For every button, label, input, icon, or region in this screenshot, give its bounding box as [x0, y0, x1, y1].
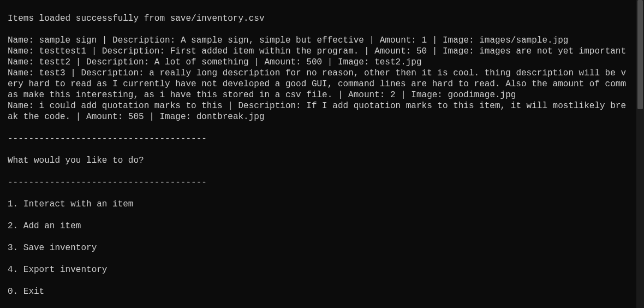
- name-label: Name:: [8, 35, 39, 45]
- image-value: images/sample.jpg: [479, 35, 568, 45]
- separator: |: [359, 46, 374, 56]
- description-label: Description:: [86, 57, 154, 67]
- description-label: Description:: [81, 68, 149, 78]
- item-line: Name: sample sign | Description: A sampl…: [8, 35, 629, 46]
- image-label: Image:: [159, 112, 196, 122]
- amount-value: 2: [390, 90, 396, 100]
- menu-option-2: 2. Add an item: [8, 221, 629, 232]
- name-value: testtest1: [39, 46, 86, 56]
- separator: |: [223, 101, 238, 111]
- load-message: Items loaded successfully from save/inve…: [8, 13, 629, 24]
- image-value: goodimage.jpg: [448, 90, 516, 100]
- separator: |: [65, 68, 81, 78]
- description-value: A sample sign, simple but effective: [181, 35, 364, 45]
- name-label: Name:: [8, 57, 39, 67]
- name-value: sample sign: [39, 35, 97, 45]
- description-label: Description:: [238, 101, 306, 111]
- divider-top: --------------------------------------: [8, 133, 629, 144]
- separator: |: [70, 112, 86, 122]
- separator: |: [396, 90, 412, 100]
- separator: |: [427, 46, 443, 56]
- amount-label: Amount:: [348, 90, 390, 100]
- image-label: Image:: [411, 90, 448, 100]
- name-value: test3: [39, 68, 65, 78]
- amount-label: Amount:: [86, 112, 128, 122]
- separator: |: [97, 35, 112, 45]
- separator: |: [144, 112, 160, 122]
- separator: |: [70, 57, 86, 67]
- name-value: testt2: [39, 57, 71, 67]
- description-value: A lot of something: [154, 57, 249, 67]
- separator: |: [322, 57, 338, 67]
- item-line: Name: test3 | Description: a really long…: [8, 68, 629, 100]
- amount-value: 1: [422, 35, 427, 45]
- image-value: test2.jpg: [374, 57, 421, 67]
- description-label: Description:: [112, 35, 181, 45]
- image-value: images are not yet important: [479, 46, 626, 56]
- amount-label: Amount:: [380, 35, 422, 45]
- amount-value: 505: [128, 112, 144, 122]
- description-value: First added item within the program.: [170, 46, 359, 56]
- menu-option-1: 1. Interact with an item: [8, 199, 629, 210]
- image-label: Image:: [443, 46, 479, 56]
- separator: |: [332, 90, 348, 100]
- amount-label: Amount:: [374, 46, 416, 56]
- separator: |: [427, 35, 443, 45]
- image-label: Image:: [338, 57, 374, 67]
- menu-option-4: 4. Export inventory: [8, 264, 629, 275]
- item-line: Name: testt2 | Description: A lot of som…: [8, 57, 629, 68]
- image-label: Image:: [443, 35, 479, 45]
- image-value: dontbreak.jpg: [196, 112, 265, 122]
- item-line: Name: testtest1 | Description: First add…: [8, 46, 629, 57]
- menu-option-0: 0. Exit: [8, 286, 629, 297]
- separator: |: [364, 35, 380, 45]
- separator: |: [249, 57, 265, 67]
- name-label: Name:: [8, 101, 39, 111]
- menu-prompt: What would you like to do?: [8, 155, 629, 166]
- terminal-output[interactable]: Items loaded successfully from save/inve…: [0, 0, 629, 308]
- name-label: Name:: [8, 68, 39, 78]
- separator: |: [86, 46, 102, 56]
- description-label: Description:: [102, 46, 170, 56]
- amount-value: 500: [306, 57, 322, 67]
- menu-option-3: 3. Save inventory: [8, 242, 629, 253]
- item-line: Name: i could add quotation marks to thi…: [8, 100, 629, 122]
- amount-label: Amount:: [265, 57, 307, 67]
- scrollbar-thumb[interactable]: [637, 0, 643, 109]
- name-value: i could add quotation marks to this: [39, 101, 223, 111]
- divider-bottom: --------------------------------------: [8, 177, 629, 188]
- scrollbar-track[interactable]: [636, 0, 644, 308]
- name-label: Name:: [8, 46, 39, 56]
- amount-value: 50: [416, 46, 427, 56]
